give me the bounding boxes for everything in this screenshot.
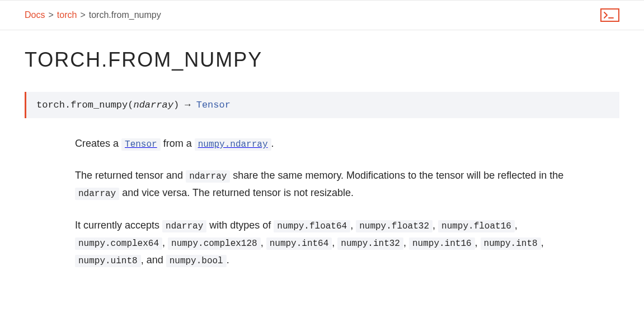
signature-param: ndarray bbox=[133, 100, 173, 110]
breadcrumb-separator: > bbox=[48, 10, 53, 20]
code-dtype: numpy.float64 bbox=[274, 220, 350, 232]
signature-open-paren: ( bbox=[128, 100, 133, 110]
signature-return-type-link[interactable]: Tensor bbox=[196, 100, 231, 110]
main-content: TORCH.FROM_NUMPY torch.from_numpy(ndarra… bbox=[0, 48, 644, 306]
breadcrumb-link-docs[interactable]: Docs bbox=[25, 10, 45, 20]
breadcrumb-link-torch[interactable]: torch bbox=[57, 10, 77, 20]
signature-func-name: from_numpy bbox=[70, 100, 128, 110]
breadcrumb: Docs > torch > torch.from_numpy bbox=[25, 10, 161, 20]
code-dtype: numpy.complex128 bbox=[168, 237, 261, 250]
code-dtype: numpy.int8 bbox=[481, 237, 541, 250]
code-ndarray: ndarray bbox=[186, 170, 230, 183]
description-paragraph: The returned tensor and ndarray share th… bbox=[75, 167, 608, 202]
page-title: TORCH.FROM_NUMPY bbox=[25, 48, 619, 72]
code-dtype: numpy.int64 bbox=[266, 237, 332, 250]
signature-arrow: → bbox=[179, 100, 196, 110]
code-dtype: numpy.complex64 bbox=[75, 237, 162, 250]
tensor-link[interactable]: Tensor bbox=[121, 138, 161, 149]
breadcrumb-separator: > bbox=[80, 10, 85, 20]
breadcrumb-bar: Docs > torch > torch.from_numpy bbox=[0, 0, 644, 30]
breadcrumb-current: torch.from_numpy bbox=[89, 10, 161, 20]
description-paragraph: It currently accepts ndarray with dtypes… bbox=[75, 217, 608, 269]
signature-close-paren: ) bbox=[173, 100, 179, 110]
code-dtype: numpy.int16 bbox=[409, 237, 475, 250]
code-numpy-ndarray: numpy.ndarray bbox=[195, 138, 271, 151]
description-paragraph: Creates a Tensor from a numpy.ndarray. bbox=[75, 135, 608, 152]
code-dtype: numpy.bool bbox=[166, 255, 227, 267]
code-dtype: numpy.uint8 bbox=[75, 255, 141, 267]
numpy-ndarray-link[interactable]: numpy.ndarray bbox=[195, 138, 271, 149]
svg-rect-0 bbox=[601, 9, 619, 21]
code-dtype: numpy.int32 bbox=[337, 237, 403, 250]
code-tensor: Tensor bbox=[121, 138, 161, 151]
code-dtype: numpy.float32 bbox=[356, 220, 433, 232]
code-ndarray: ndarray bbox=[75, 188, 119, 200]
signature-block: torch.from_numpy(ndarray) → Tensor bbox=[25, 92, 619, 118]
terminal-icon[interactable] bbox=[600, 8, 619, 22]
code-ndarray: ndarray bbox=[162, 220, 206, 232]
signature-qualname-prefix: torch. bbox=[36, 100, 70, 110]
description: Creates a Tensor from a numpy.ndarray. T… bbox=[75, 135, 608, 269]
code-dtype: numpy.float16 bbox=[438, 220, 515, 232]
